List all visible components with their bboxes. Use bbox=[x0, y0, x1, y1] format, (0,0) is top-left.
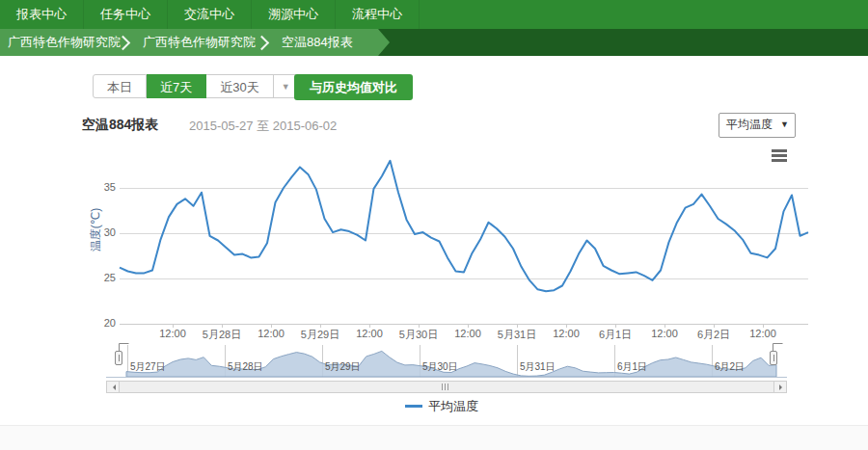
nav-item-1[interactable]: 任务中心 bbox=[84, 0, 168, 29]
y-axis-tick-label: 20 bbox=[91, 317, 116, 329]
navigator-date-label: 5月29日 bbox=[325, 360, 361, 374]
legend-label: 平均温度 bbox=[428, 399, 478, 413]
compare-history-button[interactable]: 与历史均值对比 bbox=[294, 74, 413, 100]
range-button-1[interactable]: 近7天 bbox=[147, 74, 206, 98]
metric-select-value: 平均温度 bbox=[719, 118, 773, 131]
nav-item-2[interactable]: 交流中心 bbox=[168, 0, 252, 29]
top-nav-bar: 报表中心任务中心交流中心溯源中心流程中心 bbox=[0, 0, 868, 29]
navigator-left-handle[interactable] bbox=[115, 351, 122, 365]
breadcrumb-item-2[interactable]: 空温884报表 bbox=[282, 29, 353, 56]
scrollbar-grip-icon[interactable] bbox=[442, 384, 452, 390]
report-date-range: 2015-05-27 至 2015-06-02 bbox=[189, 118, 337, 135]
metric-select[interactable]: 平均温度 ▼ bbox=[719, 113, 796, 138]
legend-item[interactable]: 平均温度 bbox=[405, 398, 478, 415]
legend-line-icon bbox=[405, 405, 422, 408]
breadcrumb-item-0[interactable]: 广西特色作物研究院 bbox=[8, 29, 121, 56]
footer-strip bbox=[0, 425, 868, 450]
nav-item-0[interactable]: 报表中心 bbox=[0, 0, 84, 29]
nav-item-3[interactable]: 溯源中心 bbox=[252, 0, 336, 29]
scrollbar-left-arrow-icon[interactable] bbox=[106, 381, 120, 393]
scrollbar-right-arrow-icon[interactable] bbox=[773, 381, 787, 393]
nav-item-4[interactable]: 流程中心 bbox=[336, 0, 420, 29]
y-axis-tick-label: 35 bbox=[91, 181, 116, 193]
chevron-down-icon: ▼ bbox=[780, 114, 789, 135]
range-button-2[interactable]: 近30天 bbox=[206, 74, 273, 98]
y-axis-tick-label: 25 bbox=[91, 272, 116, 283]
breadcrumb-bar: 广西特色作物研究院广西特色作物研究院空温884报表 bbox=[0, 29, 868, 56]
x-axis-tick-label: 12:00 bbox=[732, 328, 794, 339]
navigator-right-handle[interactable] bbox=[770, 351, 777, 365]
range-button-0[interactable]: 本日 bbox=[93, 74, 147, 98]
date-range-button-group: 本日近7天近30天▼ bbox=[93, 74, 299, 100]
navigator-date-label: 6月1日 bbox=[617, 360, 647, 374]
breadcrumb-item-1[interactable]: 广西特色作物研究院 bbox=[143, 29, 256, 56]
navigator-date-label: 5月30日 bbox=[422, 360, 458, 374]
main-chart[interactable] bbox=[0, 140, 868, 344]
report-title: 空温884报表 bbox=[82, 117, 158, 134]
temperature-line-series bbox=[120, 161, 808, 291]
navigator-date-label: 5月27日 bbox=[130, 360, 166, 374]
navigator-date-label: 5月28日 bbox=[228, 360, 263, 374]
navigator-date-label: 6月2日 bbox=[715, 360, 745, 374]
y-axis-tick-label: 30 bbox=[91, 226, 116, 238]
navigator-date-label: 5月31日 bbox=[520, 360, 556, 374]
